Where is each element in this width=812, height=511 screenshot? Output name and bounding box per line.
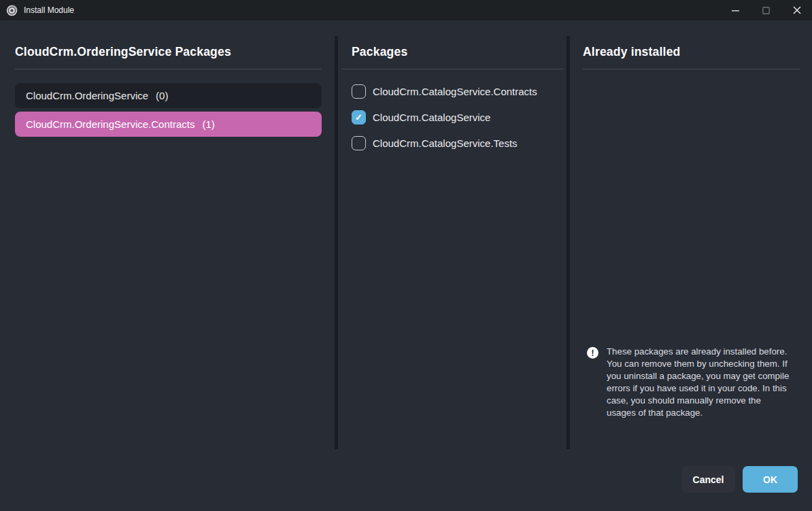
project-packages-panel: CloudCrm.OrderingService Packages CloudC… xyxy=(15,37,322,140)
project-list: CloudCrm.OrderingService (0) CloudCrm.Or… xyxy=(15,83,322,137)
already-installed-note: ! These packages are already installed b… xyxy=(587,346,790,419)
project-item-orderingservice[interactable]: CloudCrm.OrderingService (0) xyxy=(15,83,322,108)
package-label: CloudCrm.CatalogService.Tests xyxy=(373,137,518,149)
package-row-catalogservice-contracts[interactable]: CloudCrm.CatalogService.Contracts xyxy=(352,84,564,99)
column-divider xyxy=(335,36,338,449)
window-title: Install Module xyxy=(24,5,74,15)
right-panel-header: Already installed xyxy=(583,45,800,59)
project-item-label: CloudCrm.OrderingService.Contracts xyxy=(26,118,194,130)
package-label: CloudCrm.CatalogService.Contracts xyxy=(373,86,537,97)
minimize-icon xyxy=(732,7,739,14)
note-text: These packages are already installed bef… xyxy=(607,346,790,419)
project-item-count: (0) xyxy=(156,90,168,101)
close-button[interactable] xyxy=(781,0,812,20)
titlebar: Install Module xyxy=(0,0,812,20)
checkbox-checked-icon[interactable]: ✓ xyxy=(352,110,366,125)
checkbox-unchecked-icon[interactable] xyxy=(352,136,366,150)
middle-panel-header: Packages xyxy=(341,45,564,59)
alert-icon: ! xyxy=(587,347,598,359)
header-divider xyxy=(15,69,322,69)
project-item-count: (1) xyxy=(202,118,214,130)
window-controls xyxy=(720,0,812,20)
package-row-catalogservice-tests[interactable]: CloudCrm.CatalogService.Tests xyxy=(352,135,564,150)
package-list: CloudCrm.CatalogService.Contracts ✓ Clou… xyxy=(341,84,564,150)
maximize-button[interactable] xyxy=(751,0,781,20)
packages-panel: Packages CloudCrm.CatalogService.Contrac… xyxy=(341,37,564,161)
package-row-catalogservice[interactable]: ✓ CloudCrm.CatalogService xyxy=(352,110,564,125)
checkbox-unchecked-icon[interactable] xyxy=(352,84,366,99)
maximize-icon xyxy=(762,7,770,14)
close-icon xyxy=(793,6,801,14)
header-divider xyxy=(583,69,800,69)
header-divider xyxy=(341,69,564,69)
left-panel-header: CloudCrm.OrderingService Packages xyxy=(15,45,322,59)
minimize-button[interactable] xyxy=(720,0,751,20)
column-divider xyxy=(566,36,570,449)
ok-button[interactable]: OK xyxy=(743,466,798,493)
package-label: CloudCrm.CatalogService xyxy=(373,112,490,123)
cancel-button[interactable]: Cancel xyxy=(681,466,735,493)
project-item-orderingservice-contracts[interactable]: CloudCrm.OrderingService.Contracts (1) xyxy=(15,112,322,137)
project-item-label: CloudCrm.OrderingService xyxy=(26,90,148,101)
app-logo-icon xyxy=(6,5,18,16)
already-installed-panel: Already installed ! These packages are a… xyxy=(583,37,800,69)
